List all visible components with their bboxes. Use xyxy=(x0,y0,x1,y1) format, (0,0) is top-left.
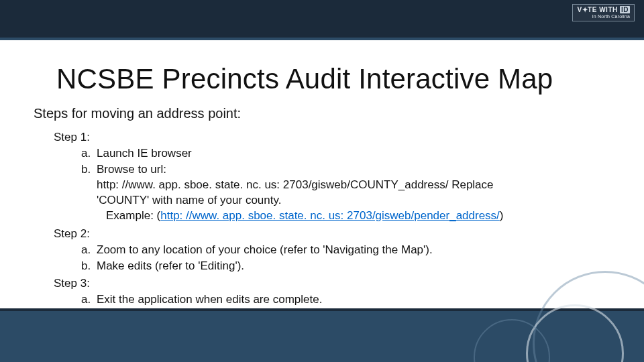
step1-example: Example: (http: //www. app. sboe. state.… xyxy=(106,209,504,222)
step1-b-lead: Browse to url: xyxy=(97,163,166,176)
logo-text-prefix: V xyxy=(577,6,582,13)
step3-a: Exit the application when edits are comp… xyxy=(94,292,564,308)
step2-a: Zoom to any location of your choice (ref… xyxy=(94,243,564,258)
step1-a: Launch IE browser xyxy=(94,146,564,162)
step1-list: Launch IE browser Browse to url: http: /… xyxy=(79,146,564,224)
step1-label: Step 1: xyxy=(54,130,564,145)
step3-label: Step 3: xyxy=(54,276,564,292)
slide: V✦TE WITH ID In North Carolina NCSBE Pre… xyxy=(0,0,644,362)
steps-content: Step 1: Launch IE browser Browse to url:… xyxy=(54,127,564,308)
example-post: ) xyxy=(500,209,504,222)
top-band: V✦TE WITH ID In North Carolina xyxy=(0,0,644,40)
logo-line1: V✦TE WITH ID xyxy=(577,7,630,13)
logo-id-badge: ID xyxy=(620,6,630,13)
step2-label: Step 2: xyxy=(54,227,564,242)
step2-b: Make edits (refer to 'Editing'). xyxy=(94,259,564,274)
vote-with-id-logo: V✦TE WITH ID In North Carolina xyxy=(572,4,635,21)
step1-b-tail: 'COUNTY' with name of your county. xyxy=(97,194,281,206)
page-subtitle: Steps for moving an address point: xyxy=(34,106,241,121)
step2-list: Zoom to any location of your choice (ref… xyxy=(79,243,564,274)
step1-b: Browse to url: http: //www. app. sboe. s… xyxy=(94,162,564,224)
example-pre: Example: ( xyxy=(106,209,160,222)
star-icon: ✦ xyxy=(582,6,588,13)
step1-b-url: http: //www. app. sboe. state. nc. us: 2… xyxy=(97,178,494,191)
logo-text-mid: TE WITH xyxy=(588,6,620,13)
logo-line2: In North Carolina xyxy=(577,14,630,19)
page-title: NCSBE Precincts Audit Interactive Map xyxy=(56,63,553,95)
step3-list: Exit the application when edits are comp… xyxy=(79,292,564,308)
example-url-link[interactable]: http: //www. app. sboe. state. nc. us: 2… xyxy=(160,209,500,222)
